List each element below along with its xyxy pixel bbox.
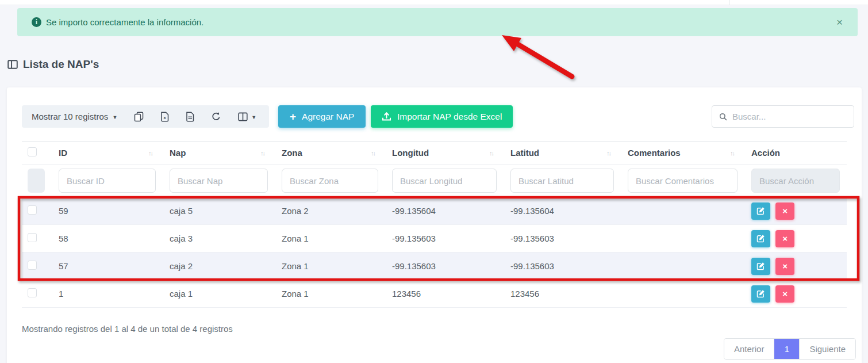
datatable-toolbar: Mostrar 10 registros ▼ x	[22, 105, 269, 128]
row-checkbox[interactable]	[28, 261, 37, 270]
text-file-icon	[186, 112, 194, 122]
filter-id-input[interactable]	[59, 169, 156, 193]
row-checkbox[interactable]	[28, 288, 37, 297]
cell-nap: caja 5	[163, 197, 275, 225]
cell-comentarios	[621, 197, 744, 225]
delete-button[interactable]: ×	[775, 258, 794, 275]
edit-button[interactable]	[751, 285, 770, 303]
edit-button[interactable]	[751, 258, 770, 275]
cell-zona: Zona 1	[275, 225, 385, 253]
delete-button[interactable]: ×	[775, 202, 794, 220]
topbar-remnant	[0, 0, 868, 5]
upload-icon	[382, 112, 391, 121]
copy-icon	[134, 112, 144, 122]
show-entries-label: Mostrar 10 registros	[32, 112, 108, 121]
column-header-comentarios[interactable]: Comentarios↑↓	[621, 142, 744, 165]
show-entries-dropdown[interactable]: Mostrar 10 registros ▼	[32, 112, 117, 121]
nap-table-card: Mostrar 10 registros ▼ x	[7, 87, 862, 363]
add-nap-label: Agregar NAP	[302, 112, 354, 122]
filter-nap-input[interactable]	[170, 169, 268, 193]
excel-file-icon: x	[160, 112, 169, 122]
pagination: Anterior 1 Siguiente	[724, 338, 856, 360]
sort-icon: ↑↓	[489, 150, 497, 156]
cell-zona: Zona 2	[275, 197, 385, 225]
page-title-text: Lista de NAP's	[23, 58, 99, 71]
cell-nap: caja 1	[163, 280, 275, 308]
chevron-down-icon: ▼	[251, 114, 256, 120]
cell-longitud: -99.135603	[385, 225, 504, 253]
column-header-latitud[interactable]: Latitud↑↓	[504, 142, 621, 165]
copy-button[interactable]	[134, 112, 144, 122]
table-columns-icon	[7, 59, 18, 70]
table-info: Mostrando registros del 1 al 4 de un tot…	[22, 324, 233, 334]
edit-pencil-icon	[756, 234, 765, 243]
nap-table: ID↑↓ Nap↑↓ Zona↑↓ Longitud↑↓ Latitud↑↓ C…	[22, 141, 847, 308]
cell-latitud: -99.135603	[504, 225, 621, 253]
column-header-accion: Acción	[744, 142, 847, 165]
export-file-button[interactable]	[186, 112, 194, 122]
topbar-divider	[729, 0, 729, 5]
x-icon: ×	[782, 234, 788, 243]
delete-button[interactable]: ×	[775, 285, 794, 303]
export-excel-button[interactable]: x	[160, 112, 169, 122]
search-icon	[719, 112, 727, 121]
column-header-zona[interactable]: Zona↑↓	[275, 142, 385, 165]
filter-longitud-input[interactable]	[392, 169, 497, 193]
cell-latitud: 123456	[504, 280, 621, 308]
refresh-button[interactable]	[211, 112, 221, 122]
sort-icon: ↑↓	[371, 150, 378, 156]
table-body: 59 caja 5 Zona 2 -99.135604 -99.135604 ×…	[22, 197, 847, 308]
edit-button[interactable]	[751, 230, 770, 247]
svg-text:x: x	[164, 115, 167, 120]
select-all-checkbox[interactable]	[28, 147, 37, 156]
cell-zona: Zona 1	[275, 253, 385, 280]
cell-id: 58	[52, 225, 163, 253]
pagination-next[interactable]: Siguiente	[799, 339, 855, 359]
table-search	[712, 105, 854, 128]
x-icon: ×	[782, 289, 788, 299]
sort-icon: ↑↓	[606, 150, 614, 156]
cell-id: 1	[52, 280, 163, 308]
cell-nap: caja 2	[163, 253, 275, 280]
filter-zona-input[interactable]	[282, 169, 378, 193]
cell-id: 59	[52, 197, 163, 225]
filter-comentarios-input[interactable]	[628, 169, 738, 193]
column-header-nap[interactable]: Nap↑↓	[163, 142, 275, 165]
x-icon: ×	[782, 206, 788, 216]
chevron-down-icon: ▼	[112, 114, 117, 120]
cell-comentarios	[621, 225, 744, 253]
table-row: 58 caja 3 Zona 1 -99.135603 -99.135603 ×	[22, 225, 847, 253]
cell-longitud: -99.135603	[385, 253, 504, 280]
pagination-previous[interactable]: Anterior	[724, 339, 774, 359]
alert-close-button[interactable]: ×	[834, 16, 845, 29]
import-nap-button[interactable]: Importar NAP desde Excel	[371, 105, 513, 128]
table-row: 59 caja 5 Zona 2 -99.135604 -99.135604 ×	[22, 197, 847, 225]
add-nap-button[interactable]: + Agregar NAP	[278, 105, 366, 128]
filter-latitud-input[interactable]	[510, 169, 614, 193]
column-visibility-button[interactable]: ▼	[238, 112, 256, 121]
table-header-row: ID↑↓ Nap↑↓ Zona↑↓ Longitud↑↓ Latitud↑↓ C…	[22, 142, 847, 165]
delete-button[interactable]: ×	[775, 230, 794, 247]
row-checkbox[interactable]	[28, 205, 37, 215]
edit-pencil-icon	[756, 207, 765, 215]
pagination-page-1[interactable]: 1	[774, 339, 799, 359]
sort-icon: ↑↓	[260, 150, 268, 156]
edit-button[interactable]	[751, 202, 770, 220]
cell-nap: caja 3	[163, 225, 275, 253]
column-visibility-icon	[238, 112, 248, 121]
cell-longitud: -99.135604	[385, 197, 504, 225]
cell-comentarios	[621, 280, 744, 308]
sort-icon: ↑↓	[148, 150, 156, 156]
annotation-arrow-shaft	[518, 44, 572, 77]
x-icon: ×	[782, 261, 788, 271]
plus-icon: +	[290, 111, 296, 122]
filter-checkbox-placeholder	[28, 169, 45, 193]
column-header-longitud[interactable]: Longitud↑↓	[385, 142, 504, 165]
cell-comentarios	[621, 253, 744, 280]
cell-zona: Zona 1	[275, 280, 385, 308]
success-alert: i Se importo correctamente la informació…	[17, 8, 858, 36]
row-checkbox[interactable]	[28, 233, 37, 242]
cell-latitud: -99.135603	[504, 253, 621, 280]
column-header-id[interactable]: ID↑↓	[52, 142, 163, 165]
search-input[interactable]	[732, 112, 847, 121]
